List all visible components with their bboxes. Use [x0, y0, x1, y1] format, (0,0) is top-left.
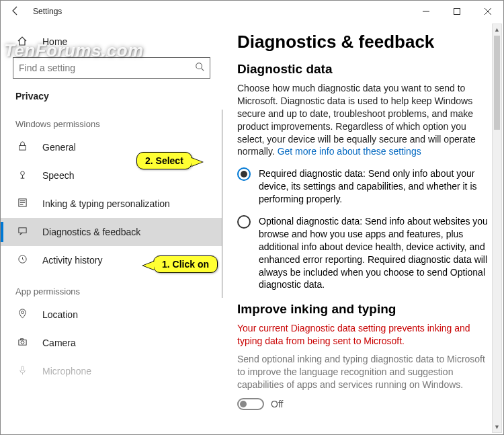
sidebar-item-inking[interactable]: Inking & typing personalization	[1, 190, 222, 218]
diagnostic-desc: Choose how much diagnostic data you want…	[237, 82, 490, 158]
back-button[interactable]	[1, 5, 30, 18]
nav-label: Activity history	[42, 255, 102, 266]
radio-required[interactable]: Required diagnostic data: Send only info…	[237, 167, 490, 206]
window-title: Settings	[30, 7, 62, 16]
svg-point-7	[20, 171, 24, 175]
svg-rect-12	[18, 228, 26, 233]
home-label: Home	[42, 36, 67, 47]
scroll-down-icon[interactable]: ▼	[493, 422, 501, 432]
nav-label: Inking & typing personalization	[42, 198, 170, 209]
main-panel: Diagnostics & feedback Diagnostic data C…	[222, 22, 503, 434]
inking-icon	[15, 198, 29, 210]
location-icon	[15, 309, 29, 321]
sidebar-item-location[interactable]: Location	[1, 301, 222, 329]
svg-rect-17	[20, 339, 23, 340]
search-icon	[195, 62, 204, 74]
sidebar-item-microphone[interactable]: Microphone	[1, 357, 222, 385]
inking-desc: Send optional inking and typing diagnost…	[237, 353, 490, 391]
nav-label: Speech	[42, 170, 74, 181]
inking-warning: Your current Diagnostic data setting pre…	[237, 322, 490, 348]
callout-select: 2. Select	[136, 152, 192, 169]
history-icon	[15, 254, 29, 266]
sidebar-item-diagnostics[interactable]: Diagnostics & feedback	[1, 218, 222, 246]
sidebar: Home Privacy Windows permissions General…	[1, 22, 222, 434]
titlebar: Settings	[1, 1, 503, 22]
radio-optional[interactable]: Optional diagnostic data: Send info abou…	[237, 215, 490, 291]
nav-label: General	[42, 142, 76, 153]
section-inking: Improve inking and typing	[237, 302, 490, 317]
svg-rect-6	[19, 146, 25, 151]
more-info-link[interactable]: Get more info about these settings	[278, 146, 421, 157]
svg-rect-18	[21, 366, 24, 371]
feedback-icon	[15, 226, 29, 238]
close-button[interactable]	[472, 1, 503, 22]
camera-icon	[15, 337, 29, 349]
inking-toggle-row: Off	[237, 398, 490, 410]
section-diagnostic-data: Diagnostic data	[237, 62, 490, 77]
speech-icon	[15, 169, 29, 182]
search-box[interactable]	[13, 57, 210, 79]
svg-rect-1	[454, 9, 460, 15]
maximize-button[interactable]	[442, 1, 472, 22]
radio-optional-label: Optional diagnostic data: Send info abou…	[259, 215, 490, 291]
page-title: Diagnostics & feedback	[237, 32, 490, 52]
radio-required-label: Required diagnostic data: Send only info…	[259, 167, 490, 206]
group-app-permissions: App permissions	[1, 274, 222, 301]
group-windows-permissions: Windows permissions	[1, 107, 222, 133]
lock-icon	[15, 141, 29, 153]
home-icon	[15, 36, 29, 48]
scrollbar[interactable]: ▲ ▼	[492, 24, 502, 433]
nav-label: Microphone	[42, 366, 91, 377]
svg-line-5	[202, 69, 204, 71]
inking-toggle[interactable]	[237, 398, 264, 410]
svg-point-16	[21, 341, 24, 344]
minimize-button[interactable]	[411, 1, 442, 22]
mic-icon	[15, 365, 29, 377]
nav-label: Diagnostics & feedback	[42, 227, 140, 237]
inking-toggle-label: Off	[271, 399, 283, 409]
nav-label: Camera	[42, 338, 76, 348]
category-header: Privacy	[1, 85, 222, 107]
search-input[interactable]	[19, 63, 195, 73]
scroll-thumb[interactable]	[494, 36, 500, 130]
svg-point-4	[196, 63, 202, 69]
window-controls	[411, 1, 503, 22]
nav-label: Location	[42, 309, 78, 320]
scroll-up-icon[interactable]: ▲	[493, 24, 501, 35]
home-nav[interactable]: Home	[1, 29, 222, 54]
callout-click-on: 1. Click on	[153, 255, 218, 273]
svg-point-14	[21, 311, 24, 314]
radio-required-circle[interactable]	[237, 167, 251, 181]
sidebar-item-camera[interactable]: Camera	[1, 329, 222, 357]
radio-optional-circle[interactable]	[237, 215, 251, 229]
